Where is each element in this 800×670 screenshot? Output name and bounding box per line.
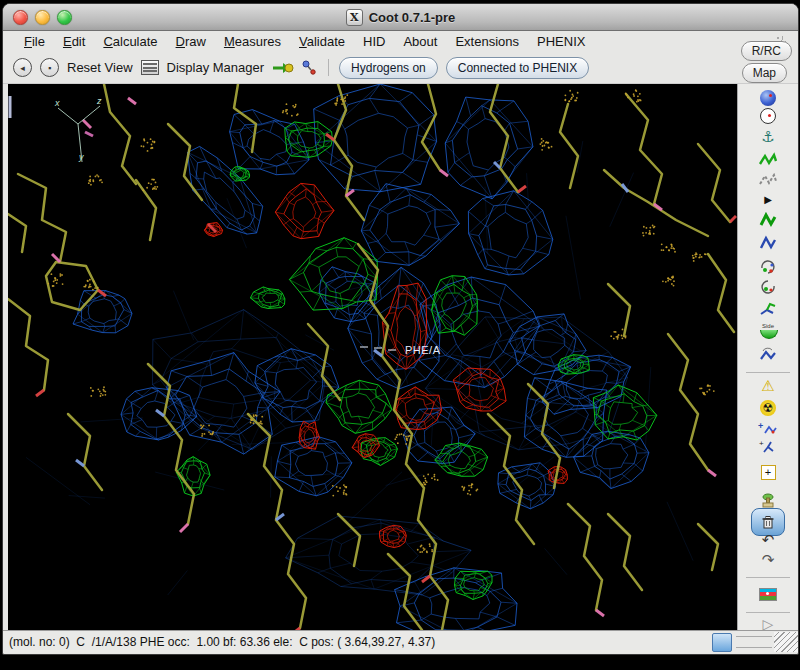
display-manager-icon[interactable]	[141, 60, 159, 75]
main-toolbar: ◂ ▪ Reset View Display Manager Hydrogens…	[3, 52, 798, 84]
regularize-zone-icon[interactable]	[751, 170, 785, 190]
menu-bar: File Edit Calculate Draw Measures Valida…	[3, 31, 798, 52]
svg-text:x: x	[54, 98, 60, 108]
menu-extensions[interactable]: Extensions	[446, 33, 528, 50]
panel-separator-3	[746, 612, 790, 613]
rotate-translate-green-icon[interactable]	[751, 210, 785, 230]
refine-zone-icon[interactable]	[751, 150, 785, 170]
redo-icon[interactable]: ↷	[751, 550, 785, 570]
flip-peptide-icon[interactable]	[751, 345, 785, 365]
small-molecule-icon[interactable]	[302, 60, 318, 76]
molecular-viewport[interactable]: xzyPHE/A	[8, 84, 737, 630]
menu-draw[interactable]: Draw	[167, 33, 215, 50]
svg-text:+: +	[759, 439, 764, 448]
menu-about[interactable]: About	[394, 33, 446, 50]
window-title: X Coot 0.7.1-pre	[346, 9, 456, 26]
hydrogens-toggle-button[interactable]: Hydrogens on	[339, 57, 438, 79]
rrc-button[interactable]: R/RC	[741, 41, 792, 61]
svg-text:y: y	[78, 152, 84, 162]
app-window: X Coot 0.7.1-pre File Edit Calculate Dra…	[2, 3, 799, 655]
chi-angle-wheel-icon[interactable]	[751, 277, 785, 297]
recentre-icon[interactable]: ▪	[40, 58, 59, 77]
menu-file[interactable]: File	[15, 33, 54, 50]
title-bar[interactable]: X Coot 0.7.1-pre	[3, 4, 798, 31]
menu-edit[interactable]: Edit	[54, 33, 94, 50]
molecular-canvas-svg: xzyPHE/A	[8, 84, 737, 630]
statusbar-lines	[736, 636, 772, 648]
reset-view-button[interactable]: Reset View	[67, 60, 133, 75]
rotate-translate-blue-icon[interactable]	[751, 233, 785, 253]
svg-text:+: +	[758, 421, 763, 431]
status-bar: (mol. no: 0) C /1/A/138 PHE occ: 1.00 bf…	[3, 630, 798, 653]
atom-info-status: (mol. no: 0) C /1/A/138 PHE occ: 1.00 bf…	[3, 635, 712, 649]
zoom-button[interactable]	[57, 10, 72, 25]
resize-grip[interactable]	[774, 632, 798, 652]
rotamer-wheel-icon[interactable]	[751, 257, 785, 277]
display-manager-button[interactable]: Display Manager	[167, 60, 265, 75]
window-controls	[13, 10, 72, 25]
anchor-icon[interactable]: ⚓	[751, 127, 785, 147]
place-atom-icon[interactable]: +	[751, 462, 785, 482]
torsion-bond-icon[interactable]	[751, 300, 785, 320]
window-title-text: Coot 0.7.1-pre	[369, 10, 456, 25]
menu-hid[interactable]: HID	[354, 33, 394, 50]
menu-validate[interactable]: Validate	[290, 33, 354, 50]
undo-icon[interactable]: ↶	[751, 530, 785, 550]
scrollbar-thumb[interactable]	[712, 633, 732, 652]
add-terminal-residue-icon[interactable]: +	[751, 420, 785, 438]
reset-view-back-icon[interactable]: ◂	[13, 58, 32, 77]
close-button[interactable]	[13, 10, 28, 25]
map-button[interactable]: Map	[742, 63, 787, 83]
picked-atom-label: PHE/A	[405, 344, 441, 356]
blue-sphere-icon[interactable]	[751, 88, 785, 108]
target-circle-icon[interactable]	[751, 106, 785, 126]
play-small-icon[interactable]: ▶	[751, 190, 785, 210]
x11-icon: X	[346, 9, 363, 26]
toolbar-separator	[328, 59, 329, 76]
panel-separator-2	[746, 577, 790, 578]
main-area: xzyPHE/A ⚓ ▶	[3, 84, 798, 630]
minimize-button[interactable]	[35, 10, 50, 25]
add-alt-conf-icon[interactable]: +	[751, 438, 785, 456]
go-to-atom-icon[interactable]	[272, 61, 294, 75]
svg-text:z: z	[96, 96, 102, 106]
menu-calculate[interactable]: Calculate	[94, 33, 166, 50]
panel-separator-1	[746, 372, 790, 373]
menu-phenix[interactable]: PHENIX	[528, 33, 594, 50]
flag-icon[interactable]	[751, 584, 785, 604]
warning-triangle-icon[interactable]: ⚠	[751, 376, 785, 396]
radioactive-mutate-icon[interactable]: ☢	[751, 398, 785, 418]
phenix-connection-button[interactable]: Connected to PHENIX	[446, 57, 589, 79]
flip-sidechain-icon[interactable]: Side	[751, 322, 785, 342]
menu-measures[interactable]: Measures	[215, 33, 290, 50]
modelling-toolbar: ⚓ ▶ Side	[737, 84, 798, 630]
